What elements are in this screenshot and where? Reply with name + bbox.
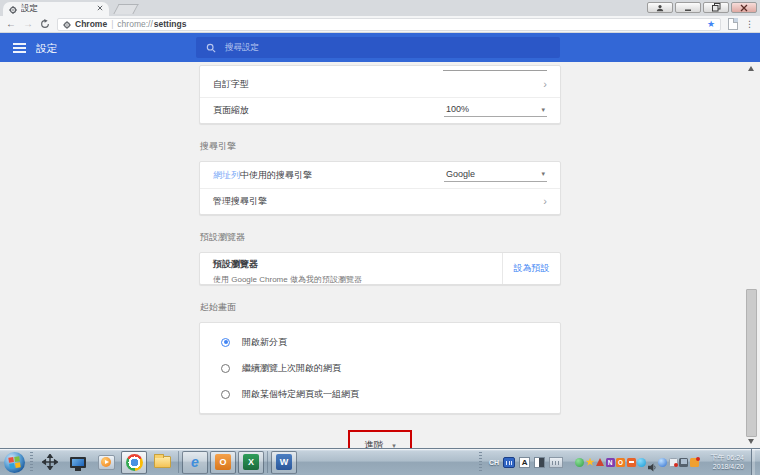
window-controls [647,2,757,13]
display-app-button[interactable] [65,451,91,474]
page-zoom-row: 頁面縮放 100% ▾ [200,97,560,123]
ime-mode-icon[interactable]: A [519,457,530,468]
omnibox-url-path: settings [154,19,187,29]
ie-button[interactable]: e [182,451,208,474]
display-tray-icon[interactable] [679,458,688,467]
reload-icon[interactable] [40,15,50,33]
bookmark-star-icon[interactable]: ★ [707,20,715,29]
folder-icon [154,456,171,468]
tab-strip: 設定 [0,0,760,16]
show-desktop-button[interactable] [751,449,755,475]
startup-option-specific-pages[interactable]: 開啟某個特定網頁或一組網頁 [200,381,560,407]
audio-alert-icon[interactable] [690,458,699,467]
truncated-row [200,66,560,71]
advanced-button[interactable]: 進階 ▾ [350,432,410,448]
advanced-label: 進階 [364,439,383,448]
default-browser-section-title: 預設瀏覽器 [200,231,560,244]
chrome-window: 設定 ← → [0,0,760,475]
chrome-icon [126,454,143,471]
extension-page-icon[interactable] [728,18,738,30]
o-app-icon[interactable]: O [616,458,625,467]
profile-button[interactable] [647,2,673,13]
red-annotation-box: 進階 ▾ [348,430,412,448]
custom-fonts-row[interactable]: 自訂字型 › [200,71,560,97]
tab-settings[interactable]: 設定 [3,2,109,16]
windows-taskbar: e O X W CH A N O [0,448,760,475]
blue-circle-app-icon[interactable] [637,458,646,467]
media-player-button[interactable] [93,451,119,474]
settings-search-input[interactable]: 搜尋設定 [196,37,560,58]
back-icon[interactable]: ← [6,19,16,29]
network-globe-icon[interactable] [658,458,667,467]
start-button[interactable] [4,452,25,473]
startup-option-continue[interactable]: 繼續瀏覽上次開啟的網頁 [200,355,560,381]
hamburger-menu-icon[interactable] [13,43,26,55]
tray-grip [479,452,482,473]
word-button[interactable]: W [271,451,297,474]
omnibox-engine-label: 網址列中使用的搜尋引擎 [213,169,312,182]
restore-button[interactable] [703,2,729,13]
new-tab-button[interactable] [113,4,138,14]
omnibox-separator: | [111,19,113,29]
scrollbar-down-icon[interactable] [748,439,754,444]
orange-app-icon[interactable] [627,458,636,467]
manage-search-engines-row[interactable]: 管理搜尋引擎 › [200,188,560,214]
chrome-taskbar-button[interactable] [121,451,147,474]
page-scrollbar[interactable] [746,63,757,448]
page-zoom-select[interactable]: 100% ▾ [444,104,547,117]
app-alert-icon[interactable] [669,458,678,467]
custom-fonts-label: 自訂字型 [213,78,249,91]
outlook-button[interactable]: O [210,451,236,474]
truncated-font-size-select [443,70,547,71]
tab-title: 設定 [21,3,93,15]
taskbar-separator [178,451,179,473]
windows-flag-icon [8,456,20,468]
chevron-right-icon: › [543,79,547,90]
startup-option-label: 繼續瀏覽上次開啟的網頁 [242,362,341,375]
move-arrows-icon [42,454,58,470]
search-engine-value: Google [446,169,475,179]
excel-button[interactable]: X [238,451,264,474]
ime-keyboard-icon[interactable] [503,457,515,468]
language-indicator[interactable]: CH [489,459,499,466]
media-player-icon [98,455,115,470]
star-badge-icon[interactable] [586,458,595,467]
omnibox-engine-row: 網址列中使用的搜尋引擎 Google ▾ [200,162,560,188]
default-browser-row-title: 預設瀏覽器 [213,258,489,271]
omnibox[interactable]: Chrome | chrome:// settings ★ [57,18,721,31]
page-info-gear-icon[interactable] [63,15,71,33]
scrollbar-up-icon[interactable] [748,66,754,71]
scrollbar-thumb[interactable] [746,289,757,437]
settings-column: 自訂字型 › 頁面縮放 100% ▾ 搜尋引擎 網址列中使用的搜尋引擎 [199,65,561,448]
clock-time: 下午 06:24 [711,454,744,461]
ime-toolbar-icon[interactable] [549,457,563,468]
n-app-icon[interactable]: N [606,458,615,467]
radio-selected-icon[interactable] [221,338,230,347]
taskbar-clock[interactable]: 下午 06:24 2018/4/20 [707,453,744,471]
radio-icon[interactable] [221,364,230,373]
status-green-icon[interactable] [575,458,584,467]
radio-icon[interactable] [221,390,230,399]
page-zoom-value: 100% [446,104,469,114]
word-icon: W [276,454,292,470]
startup-card: 開啟新分頁 繼續瀏覽上次開啟的網頁 開啟某個特定網頁或一組網頁 [199,322,561,414]
browser-menu-icon[interactable]: ⋮ [745,19,754,29]
address-bar-link[interactable]: 網址列 [213,170,240,180]
move-tool-button[interactable] [37,451,63,474]
volume-icon[interactable] [648,458,657,467]
system-tray: CH A N O 下午 06:24 2018/4/20 [476,449,758,475]
chevron-right-icon: › [543,196,547,207]
file-explorer-button[interactable] [149,451,175,474]
dropdown-caret-icon: ▾ [541,170,545,177]
search-engine-card: 網址列中使用的搜尋引擎 Google ▾ 管理搜尋引擎 › [199,161,561,215]
startup-section-title: 起始畫面 [200,301,560,314]
default-browser-info: 預設瀏覽器 使用 Google Chrome 做為我的預設瀏覽器 [200,253,502,284]
make-default-button[interactable]: 設為預設 [514,262,550,275]
close-button[interactable] [731,2,757,13]
search-engine-select[interactable]: Google ▾ [444,169,547,182]
tab-close-icon[interactable] [97,5,103,13]
minimize-button[interactable] [675,2,701,13]
ime-fullwidth-icon[interactable] [534,457,545,468]
triangle-badge-icon[interactable] [596,458,604,466]
startup-option-new-tab[interactable]: 開啟新分頁 [200,329,560,355]
